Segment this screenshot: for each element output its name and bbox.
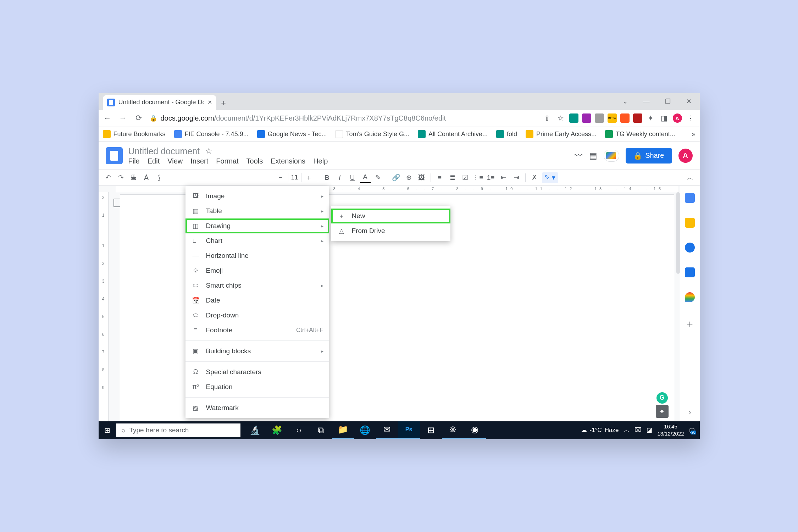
battery-icon[interactable]: ⌧ — [634, 426, 642, 434]
forward-button[interactable]: → — [118, 113, 128, 123]
extension-icon[interactable]: BETA — [608, 113, 617, 123]
menu-view[interactable]: View — [167, 157, 183, 165]
url-field[interactable]: 🔒 docs.google.com/document/d/1YrKpKEFer3… — [150, 114, 536, 122]
menu-file[interactable]: File — [128, 157, 140, 165]
extensions-icon[interactable]: ✦ — [646, 113, 656, 123]
menu-item-horizontal-line[interactable]: —Horizontal line — [185, 248, 329, 263]
meet-button[interactable] — [604, 150, 619, 162]
back-button[interactable]: ← — [103, 113, 112, 123]
mail-icon[interactable]: ✉ — [376, 421, 398, 439]
underline-icon[interactable]: U — [347, 172, 358, 183]
bookmark-item[interactable]: TG Weekly content... — [605, 130, 675, 138]
menu-item-drawing[interactable]: ◫Drawing▸ — [185, 218, 329, 233]
account-avatar[interactable]: A — [678, 149, 693, 163]
menu-edit[interactable]: Edit — [148, 157, 160, 165]
bookmark-item[interactable]: Google News - Tec... — [257, 130, 327, 138]
taskbar-search[interactable]: ⌕ Type here to search — [116, 423, 240, 437]
chrome-icon[interactable]: ◉ — [464, 421, 486, 439]
font-size-decrease[interactable]: − — [275, 172, 286, 183]
editing-mode-button[interactable]: ✎ ▾ — [542, 172, 558, 183]
link-icon[interactable]: 🔗 — [391, 172, 401, 183]
share-button[interactable]: 🔒 Share — [626, 148, 672, 164]
photoshop-icon[interactable]: Ps — [398, 421, 420, 439]
menu-help[interactable]: Help — [313, 157, 328, 165]
menu-item-smart-chips[interactable]: ⬭Smart chips▸ — [185, 278, 329, 293]
menu-insert[interactable]: Insert — [190, 157, 208, 165]
menu-item-date[interactable]: 📅Date — [185, 293, 329, 308]
extension-icon[interactable] — [620, 113, 630, 123]
menu-format[interactable]: Format — [216, 157, 238, 165]
menu-tools[interactable]: Tools — [246, 157, 263, 165]
submenu-item-new[interactable]: ＋New — [331, 209, 450, 223]
menu-extensions[interactable]: Extensions — [271, 157, 305, 165]
slack-icon[interactable]: ※ — [442, 421, 464, 439]
paint-format-icon[interactable]: ⟆ — [154, 172, 165, 183]
bulleted-list-icon[interactable]: ⋮≡ — [473, 172, 483, 183]
tray-overflow-icon[interactable]: ︿ — [624, 426, 630, 434]
menu-item-emoji[interactable]: ☺Emoji — [185, 263, 329, 278]
grammarly-badge[interactable]: G — [656, 392, 668, 404]
wifi-icon[interactable]: ◪ — [647, 426, 652, 434]
browser-tab[interactable]: Untitled document - Google Doc ✕ — [103, 95, 216, 110]
hide-panel-icon[interactable]: › — [689, 408, 691, 416]
bookmark-item[interactable]: All Content Archive... — [418, 130, 488, 138]
redo-icon[interactable]: ↷ — [116, 172, 126, 183]
tab-search-icon[interactable]: ⌄ — [615, 93, 636, 110]
collapse-toolbar-icon[interactable]: ︿ — [685, 172, 696, 183]
line-spacing-icon[interactable]: ≣ — [447, 172, 458, 183]
taskbar-app[interactable]: 🔬 — [244, 421, 266, 439]
extension-icon[interactable] — [582, 113, 591, 123]
comments-icon[interactable]: ▤ — [589, 151, 597, 161]
scrollbar[interactable] — [676, 192, 680, 274]
bookmark-item[interactable]: Future Bookmarks — [103, 130, 166, 138]
bookmark-item[interactable]: fold — [496, 130, 517, 138]
spellcheck-icon[interactable]: Ǎ — [141, 172, 152, 183]
side-panel-icon[interactable]: ◨ — [659, 113, 669, 123]
bold-icon[interactable]: B — [322, 172, 332, 183]
start-button[interactable]: ⊞ — [99, 421, 116, 439]
menu-item-image[interactable]: 🖼Image▸ — [185, 189, 329, 204]
bookmarks-overflow-icon[interactable]: » — [692, 131, 695, 138]
bookmark-item[interactable]: Tom's Guide Style G... — [335, 130, 409, 138]
checklist-icon[interactable]: ☑ — [460, 172, 471, 183]
extension-icon[interactable] — [633, 113, 642, 123]
edge-icon[interactable]: 🌐 — [354, 421, 376, 439]
add-on-icon[interactable]: ＋ — [685, 317, 695, 331]
clear-format-icon[interactable]: ✗ — [529, 172, 540, 183]
menu-item-chart[interactable]: ⫍Chart▸ — [185, 233, 329, 248]
explore-button[interactable]: ✦ — [656, 405, 669, 418]
docs-home-icon[interactable] — [106, 147, 123, 164]
submenu-item-from-drive[interactable]: △From Drive — [331, 223, 450, 238]
print-icon[interactable]: 🖶 — [128, 172, 139, 183]
maps-icon[interactable] — [685, 292, 695, 302]
activity-icon[interactable]: 〰 — [574, 151, 583, 161]
reload-button[interactable]: ⟳ — [134, 113, 143, 123]
indent-increase-icon[interactable]: ⇥ — [511, 172, 522, 183]
menu-item-building-blocks[interactable]: ▣Building blocks▸ — [185, 344, 329, 359]
maximize-button[interactable]: ❐ — [657, 93, 678, 110]
indent-decrease-icon[interactable]: ⇤ — [498, 172, 509, 183]
align-icon[interactable]: ≡ — [434, 172, 445, 183]
menu-item-equation[interactable]: π²Equation — [185, 379, 329, 394]
share-page-icon[interactable]: ⇧ — [542, 113, 552, 123]
bookmark-star-icon[interactable]: ☆ — [556, 113, 566, 123]
extension-icon[interactable] — [595, 113, 604, 123]
font-size[interactable]: 11 — [288, 173, 301, 182]
italic-icon[interactable]: I — [334, 172, 345, 183]
chrome-menu-icon[interactable]: ⋮ — [686, 113, 696, 123]
tasks-icon[interactable] — [685, 243, 695, 253]
bookmark-item[interactable]: FIE Console - 7.45.9... — [174, 130, 249, 138]
menu-item-dropdown[interactable]: ⬭Drop-down — [185, 308, 329, 323]
calendar-icon[interactable] — [685, 193, 695, 203]
menu-item-watermark[interactable]: ▨Watermark — [185, 400, 329, 415]
taskbar-app[interactable]: 🧩 — [266, 421, 288, 439]
vertical-ruler[interactable]: 21123456789 — [99, 192, 109, 421]
star-document-icon[interactable]: ☆ — [205, 146, 212, 156]
clock[interactable]: 16:45 13/12/2022 — [657, 423, 684, 437]
menu-item-special-characters[interactable]: ΩSpecial characters — [185, 365, 329, 379]
store-icon[interactable]: ⊞ — [420, 421, 442, 439]
close-tab-icon[interactable]: ✕ — [207, 99, 212, 106]
weather-widget[interactable]: ☁ -1°C Haze — [581, 426, 619, 434]
task-view-icon[interactable]: ⧉ — [310, 421, 332, 439]
document-title[interactable]: Untitled document — [128, 146, 200, 156]
